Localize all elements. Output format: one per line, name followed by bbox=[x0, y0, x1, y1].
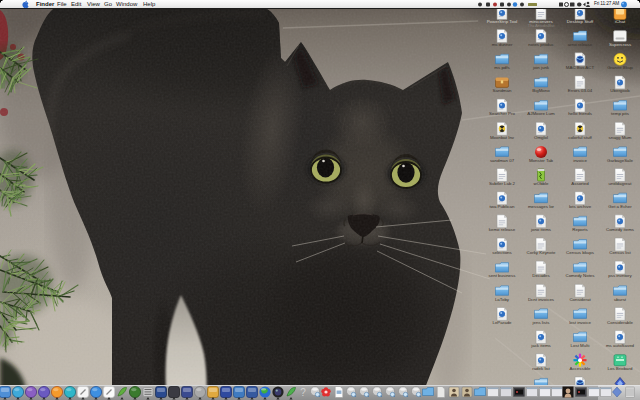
svg-text:Searcher Pro: Searcher Pro bbox=[489, 111, 515, 116]
svg-text:twa Publican: twa Publican bbox=[490, 204, 515, 209]
svg-text:Moonbat Inv: Moonbat Inv bbox=[490, 135, 515, 140]
svg-text:Supercross: Supercross bbox=[609, 42, 632, 47]
svg-text:Considerat: Considerat bbox=[569, 297, 591, 302]
svg-text:invoice: invoice bbox=[573, 158, 587, 163]
svg-text:Omglol: Omglol bbox=[534, 135, 548, 140]
svg-text:Monster Tab: Monster Tab bbox=[529, 158, 554, 163]
svg-text:ms pdfs: ms pdfs bbox=[494, 65, 510, 70]
svg-text:Reports: Reports bbox=[572, 227, 588, 232]
svg-text:MAC Bus ACT: MAC Bus ACT bbox=[566, 65, 595, 70]
svg-text:notes produc: notes produc bbox=[528, 42, 554, 47]
svg-text:messages lor: messages lor bbox=[528, 204, 555, 209]
svg-text:Dcnt invoices: Dcnt invoices bbox=[528, 297, 555, 302]
svg-text:snagg Mum: snagg Mum bbox=[609, 135, 632, 140]
svg-text:lots archive: lots archive bbox=[569, 204, 592, 209]
svg-text:jens lists: jens lists bbox=[532, 320, 551, 325]
svg-text:pss invntory: pss invntory bbox=[608, 273, 632, 278]
svg-text:Assorted: Assorted bbox=[571, 181, 589, 186]
svg-text:Comedy items: Comedy items bbox=[606, 227, 635, 232]
svg-text:Decades: Decades bbox=[532, 273, 550, 278]
svg-text:iChat: iChat bbox=[615, 19, 626, 24]
svg-text:Errors 03-04: Errors 03-04 bbox=[568, 88, 593, 93]
svg-text:LeParade: LeParade bbox=[492, 320, 512, 325]
svg-text:Comedy Notes: Comedy Notes bbox=[565, 273, 595, 278]
svg-text:Considerable: Considerable bbox=[607, 320, 633, 325]
svg-text:Lost Multi: Lost Multi bbox=[571, 343, 590, 348]
svg-text:hello friends: hello friends bbox=[568, 111, 592, 116]
svg-text:temp pits: temp pits bbox=[611, 111, 630, 116]
svg-text:jono items: jono items bbox=[530, 227, 552, 232]
svg-text:untildagreat: untildagreat bbox=[609, 181, 633, 186]
svg-text:arno release: arno release bbox=[568, 42, 593, 47]
svg-text:PowerStrip Tool: PowerStrip Tool bbox=[487, 19, 518, 24]
svg-text:sent business: sent business bbox=[489, 273, 517, 278]
svg-text:ms dunner: ms dunner bbox=[492, 42, 513, 47]
svg-text:AJMoore Lum: AJMoore Lum bbox=[527, 111, 555, 116]
svg-text:?: ? bbox=[300, 387, 306, 398]
svg-text:ThcAntidisBst: ThcAntidisBst bbox=[528, 23, 556, 28]
svg-text:Desktop Stuff: Desktop Stuff bbox=[567, 19, 594, 24]
svg-text:Accessible: Accessible bbox=[570, 366, 592, 371]
svg-text:Corky Keynote: Corky Keynote bbox=[527, 250, 556, 255]
svg-text:Sandman: Sandman bbox=[493, 88, 512, 93]
svg-text:selections: selections bbox=[492, 250, 512, 255]
svg-text:ms autoSaved: ms autoSaved bbox=[606, 343, 635, 348]
svg-text:sandman 07: sandman 07 bbox=[490, 158, 515, 163]
svg-text:Census bkups: Census bkups bbox=[566, 250, 595, 255]
svg-text:Subtler Lab 2: Subtler Lab 2 bbox=[489, 181, 516, 186]
svg-text:wObble: wObble bbox=[534, 181, 549, 186]
svg-text:BigMono: BigMono bbox=[532, 88, 550, 93]
svg-text:Los Briobard: Los Briobard bbox=[608, 366, 633, 371]
svg-text:jack items: jack items bbox=[530, 343, 551, 348]
svg-text:join junk: join junk bbox=[532, 65, 550, 70]
svg-text:Census list: Census list bbox=[609, 250, 631, 255]
svg-text:lost invoice: lost invoice bbox=[569, 320, 591, 325]
svg-text:uburst: uburst bbox=[614, 297, 627, 302]
svg-text:Ubergoob: Ubergoob bbox=[610, 88, 630, 93]
svg-text:Get a Echer: Get a Echer bbox=[608, 204, 632, 209]
svg-text:LaToby: LaToby bbox=[495, 297, 510, 302]
svg-text:kemo release: kemo release bbox=[489, 227, 516, 232]
svg-text:radek list: radek list bbox=[532, 366, 550, 371]
svg-text:Granite Bkup: Granite Bkup bbox=[607, 65, 633, 70]
svg-text:GarbageSale: GarbageSale bbox=[607, 158, 633, 163]
svg-text:colorful stuff: colorful stuff bbox=[568, 135, 592, 140]
